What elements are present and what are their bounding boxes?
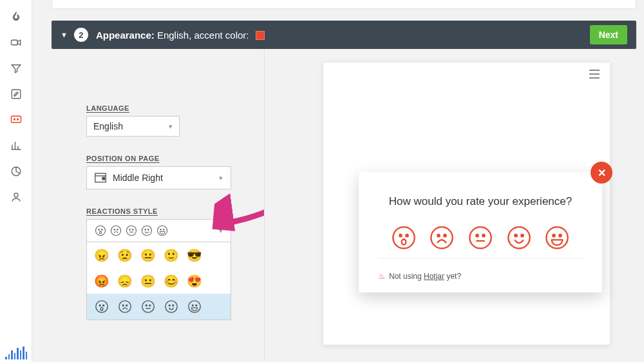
position-select[interactable]: Middle Right ▾ [86, 166, 231, 189]
hamburger-icon[interactable] [588, 69, 601, 82]
svg-point-23 [160, 229, 162, 231]
reaction-happy[interactable] [506, 225, 532, 251]
reactions-current [95, 225, 168, 236]
svg-point-36 [169, 305, 170, 306]
svg-point-3 [14, 119, 15, 120]
face-happy-icon [141, 225, 153, 236]
svg-point-52 [515, 234, 516, 236]
svg-point-19 [142, 226, 152, 236]
position-label: Position on page [86, 155, 246, 162]
reactions-option-lego[interactable]: 😠 😟 😐 🙂 😎 [87, 242, 231, 268]
face-angry-icon: 😡 [95, 274, 109, 288]
reaction-neutral[interactable] [468, 225, 493, 251]
main-area: ▼ 2 Appearance: English, accent color: N… [52, 0, 636, 362]
survey-footer: ♨ Not using Hotjar yet? [378, 258, 583, 281]
svg-point-26 [99, 305, 100, 306]
svg-point-32 [142, 301, 154, 312]
preview-panel: ✕ How would you rate your experience? ♨ … [264, 49, 636, 362]
svg-point-20 [145, 229, 146, 231]
previous-step-collapsed[interactable] [52, 0, 636, 9]
pie-icon[interactable] [2, 158, 30, 184]
svg-point-35 [166, 301, 177, 312]
svg-point-30 [122, 305, 124, 306]
face-angry-icon [95, 300, 109, 314]
svg-point-34 [149, 305, 151, 306]
svg-point-42 [399, 234, 401, 236]
workspace: Language English ▾ Position on page Midd… [52, 49, 636, 362]
svg-rect-0 [11, 40, 17, 45]
svg-point-18 [133, 229, 134, 231]
layout-icon [95, 173, 106, 183]
svg-point-53 [521, 234, 523, 236]
svg-point-10 [99, 229, 100, 231]
face-angry-icon: 😠 [95, 248, 109, 262]
position-group: Position on page Middle Right ▾ [86, 155, 246, 189]
svg-point-4 [17, 119, 18, 120]
step-header[interactable]: ▼ 2 Appearance: English, accent color: N… [52, 21, 636, 49]
face-sad-icon: 😞 [118, 274, 132, 288]
svg-point-24 [164, 229, 165, 231]
hotjar-link[interactable]: Hotjar [424, 272, 444, 281]
bar-chart-icon[interactable] [2, 133, 30, 158]
face-grin-icon: 😍 [187, 274, 202, 288]
position-value: Middle Right [113, 173, 163, 183]
chevron-down-icon: ▾ [219, 174, 223, 182]
face-angry-icon [95, 225, 106, 236]
reaction-angry[interactable] [391, 225, 417, 251]
reaction-sad[interactable] [429, 225, 455, 251]
svg-point-40 [196, 305, 197, 306]
chevron-down-icon: ▼ [61, 31, 68, 39]
reactions-option-outline[interactable] [87, 294, 231, 319]
step-title-rest: English, accent color: [155, 30, 249, 41]
svg-point-37 [173, 305, 174, 306]
next-button[interactable]: Next [590, 25, 627, 44]
face-neutral-icon [126, 225, 137, 236]
step-title-bold: Appearance: [96, 30, 155, 41]
step-number: 2 [74, 28, 88, 42]
svg-point-31 [126, 305, 128, 306]
reactions-dropdown: 😠 😟 😐 🙂 😎 😡 😞 😐 😊 😍 [86, 242, 231, 320]
videocam-icon[interactable] [2, 30, 30, 55]
svg-point-44 [401, 239, 406, 244]
survey-icon[interactable] [2, 107, 30, 133]
language-label: Language [86, 104, 246, 112]
svg-point-28 [100, 307, 103, 310]
svg-point-15 [117, 229, 118, 231]
face-grin-icon [187, 300, 202, 314]
reactions-select[interactable]: ▾ [86, 219, 231, 242]
face-sad-icon [118, 300, 132, 314]
face-grin-icon: 😎 [187, 248, 202, 262]
svg-point-21 [148, 229, 149, 231]
svg-point-29 [119, 301, 131, 312]
svg-rect-1 [12, 90, 21, 99]
edit-square-icon[interactable] [2, 81, 30, 107]
close-icon[interactable]: ✕ [591, 162, 612, 184]
svg-point-11 [102, 229, 103, 231]
face-sad-icon [110, 225, 122, 236]
reaction-grin[interactable] [544, 225, 570, 251]
language-select[interactable]: English ▾ [86, 116, 180, 137]
svg-point-49 [476, 234, 478, 236]
reactions-option-emoji[interactable]: 😡 😞 😐 😊 😍 [87, 268, 231, 294]
person-icon[interactable] [2, 184, 30, 210]
face-grin-icon [156, 225, 168, 236]
language-value: English [93, 121, 123, 131]
svg-point-56 [560, 234, 562, 236]
flame-icon[interactable] [2, 4, 30, 30]
svg-point-45 [431, 227, 453, 248]
svg-point-16 [127, 226, 137, 236]
language-group: Language English ▾ [86, 104, 246, 137]
svg-point-6 [14, 193, 18, 197]
face-neutral-icon: 😐 [141, 248, 155, 262]
svg-point-14 [114, 229, 115, 231]
svg-point-39 [192, 305, 193, 306]
svg-point-13 [111, 226, 121, 236]
svg-rect-8 [102, 177, 105, 180]
face-happy-icon [164, 300, 178, 314]
face-happy-icon: 🙂 [164, 248, 178, 262]
accent-color-swatch[interactable] [256, 31, 265, 40]
flame-icon: ♨ [378, 272, 385, 281]
svg-point-33 [146, 305, 147, 306]
funnel-icon[interactable] [2, 55, 30, 81]
svg-point-17 [129, 229, 131, 231]
